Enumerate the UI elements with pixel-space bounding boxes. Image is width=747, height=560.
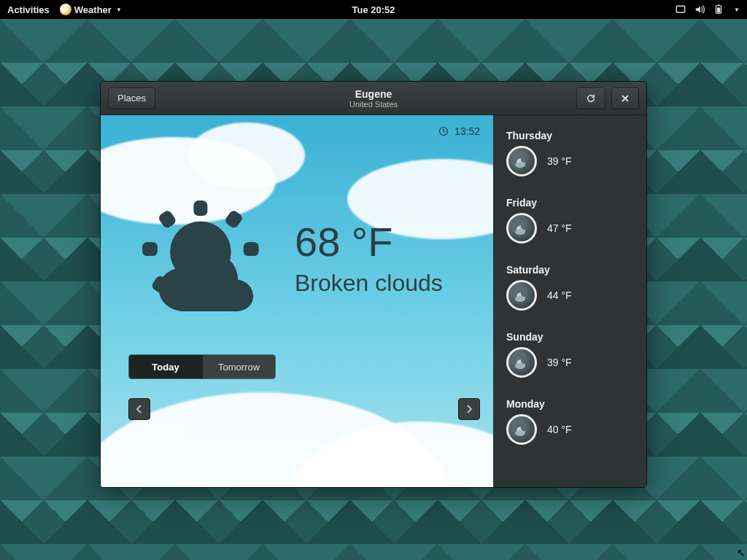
forecast-temp: 39 °F <box>547 155 572 167</box>
weather-app-icon <box>60 4 71 15</box>
forecast-temp: 39 °F <box>547 357 572 368</box>
close-icon <box>621 94 630 103</box>
volume-icon <box>694 4 705 15</box>
window-title: Eugene United States <box>349 88 398 109</box>
current-weather-panel: 13:52 68 °F <box>101 115 493 487</box>
day-tabs: Today Tomorrow <box>128 354 276 379</box>
battery-icon <box>713 4 724 15</box>
forecast-temp: 44 °F <box>547 289 572 301</box>
app-menu-label: Weather <box>74 4 112 15</box>
night-clouds-icon <box>506 146 537 176</box>
hourly-next-button[interactable] <box>458 398 480 420</box>
svg-rect-8 <box>158 209 178 230</box>
svg-rect-6 <box>224 209 244 230</box>
svg-rect-7 <box>244 242 259 256</box>
topbar-clock[interactable]: Tue 20:52 <box>352 4 395 15</box>
partly-cloudy-icon <box>130 188 268 327</box>
local-time-value: 13:52 <box>454 125 480 137</box>
forecast-item: Friday 47 °F <box>506 197 633 244</box>
forecast-day: Saturday <box>506 264 633 276</box>
forecast-day: Sunday <box>506 331 633 343</box>
chevron-down-icon: ▼ <box>116 7 122 13</box>
weather-window: Places Eugene United States 13:52 <box>100 81 647 488</box>
hourly-prev-button[interactable] <box>128 398 150 420</box>
forecast-item: Sunday 39 °F <box>506 331 633 378</box>
svg-point-16 <box>515 430 525 436</box>
tab-tomorrow[interactable]: Tomorrow <box>202 355 275 378</box>
local-time: 13:52 <box>438 125 480 137</box>
refresh-button[interactable] <box>576 88 605 109</box>
svg-point-15 <box>515 363 525 369</box>
night-clouds-icon <box>506 280 537 311</box>
gnome-topbar: Activities Weather ▼ Tue 20:52 ▼ <box>0 0 747 19</box>
night-clouds-icon <box>506 347 537 378</box>
svg-rect-9 <box>142 242 158 256</box>
forecast-item: Saturday 44 °F <box>506 264 633 311</box>
forecast-day: Friday <box>506 197 633 209</box>
current-temperature: 68 °F <box>295 218 443 265</box>
night-clouds-icon <box>506 213 537 244</box>
forecast-day: Thursday <box>506 130 633 141</box>
svg-point-12 <box>515 162 525 168</box>
svg-rect-0 <box>676 6 684 12</box>
forecast-item: Monday 40 °F <box>506 398 633 445</box>
activities-button[interactable]: Activities <box>7 4 50 15</box>
close-button[interactable] <box>611 88 639 109</box>
forecast-temp: 40 °F <box>547 424 572 435</box>
status-area[interactable]: ▼ <box>676 4 740 15</box>
tab-today[interactable]: Today <box>129 355 202 378</box>
screen-icon <box>676 4 686 15</box>
places-button[interactable]: Places <box>108 88 155 109</box>
city-name: Eugene <box>349 88 398 100</box>
chevron-down-icon: ▼ <box>734 7 740 13</box>
mouse-cursor: ↖ <box>737 547 746 559</box>
svg-point-13 <box>515 229 525 235</box>
country-name: United States <box>349 100 398 109</box>
current-condition: Broken clouds <box>295 270 443 297</box>
forecast-day: Monday <box>506 398 633 410</box>
svg-rect-5 <box>193 201 207 216</box>
svg-rect-3 <box>717 7 720 12</box>
header-bar: Places Eugene United States <box>101 82 646 115</box>
cloud-decoration <box>188 122 305 188</box>
svg-rect-2 <box>717 4 720 5</box>
app-menu[interactable]: Weather ▼ <box>60 4 122 15</box>
chevron-right-icon <box>465 405 473 413</box>
clock-icon <box>438 126 449 136</box>
chevron-left-icon <box>136 405 143 413</box>
forecast-temp: 47 °F <box>547 222 572 234</box>
forecast-sidebar[interactable]: Thursday 39 °F Friday 47 °F Sa <box>493 115 646 487</box>
forecast-item: Thursday 39 °F <box>506 130 633 176</box>
refresh-icon <box>586 93 596 104</box>
svg-point-14 <box>515 296 525 302</box>
night-clouds-icon <box>506 414 537 445</box>
